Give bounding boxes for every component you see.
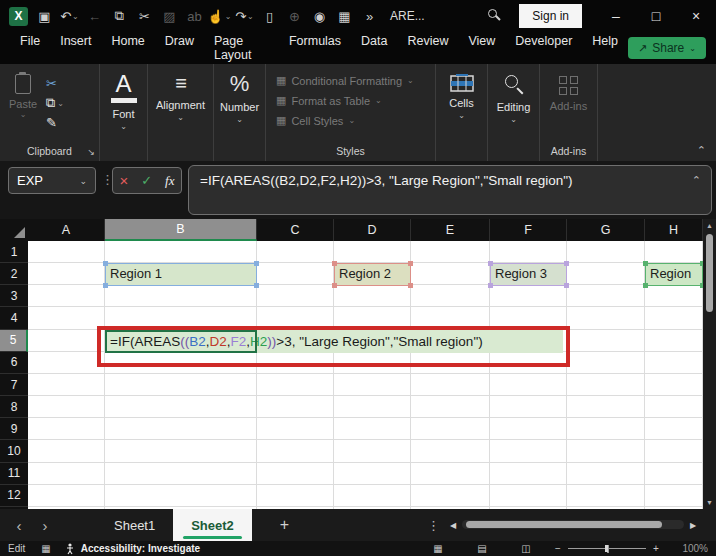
cell-B2[interactable]: Region 1 xyxy=(105,263,257,286)
format-painter-button[interactable]: ✎ xyxy=(46,115,57,130)
column-header-A[interactable]: A xyxy=(28,219,105,241)
select-all-corner[interactable] xyxy=(0,219,28,241)
scroll-down-icon[interactable]: ▼ xyxy=(703,499,716,506)
redo-icon[interactable]: ↷⌄ xyxy=(232,2,257,30)
vertical-scroll-thumb[interactable] xyxy=(706,234,713,312)
column-header-B[interactable]: B xyxy=(105,219,257,241)
font-group[interactable]: A Font ⌄ xyxy=(100,64,148,161)
cut-button[interactable]: ✂ xyxy=(46,76,57,91)
tab-home[interactable]: Home xyxy=(101,28,154,68)
save-icon[interactable]: ▣ xyxy=(32,2,57,30)
row-header-1[interactable]: 1 xyxy=(0,241,28,263)
zoom-out-icon[interactable]: − xyxy=(548,543,568,554)
zoom-slider[interactable] xyxy=(568,548,646,550)
column-header-H[interactable]: H xyxy=(645,219,703,241)
tab-data[interactable]: Data xyxy=(351,28,397,68)
share-button[interactable]: ↗ Share ⌄ xyxy=(628,37,706,59)
tab-review[interactable]: Review xyxy=(397,28,458,68)
search-icon[interactable] xyxy=(485,6,505,26)
zoom-in-icon[interactable]: + xyxy=(646,543,666,554)
copy-button[interactable]: ⧉ ⌄ xyxy=(46,95,64,111)
row-header-10[interactable]: 10 xyxy=(0,440,28,462)
conditional-formatting-icon: ▦ xyxy=(276,74,286,87)
sheet-tab-sheet2[interactable]: Sheet2 xyxy=(173,509,252,541)
selection-handle xyxy=(408,261,413,266)
overflow-icon[interactable]: » xyxy=(357,2,382,30)
selection-handle xyxy=(103,283,108,288)
name-box[interactable]: EXP ⌄ xyxy=(8,167,96,194)
row-headers: 123456789101112 xyxy=(0,241,28,509)
horizontal-scroll-thumb[interactable] xyxy=(466,521,662,528)
excel-logo-icon[interactable]: X xyxy=(9,7,28,26)
tab-help[interactable]: Help xyxy=(582,28,628,68)
cell-styles-button: ▦ Cell Styles⌄ xyxy=(276,114,435,127)
tab-draw[interactable]: Draw xyxy=(155,28,204,68)
tab-formulas[interactable]: Formulas xyxy=(279,28,351,68)
sheet-tab-sheet1[interactable]: Sheet1 xyxy=(96,509,173,541)
copy-icon[interactable]: ⧉ xyxy=(107,2,132,30)
page-break-view-icon[interactable]: ◫ xyxy=(504,543,548,554)
macro-record-icon[interactable]: ▦ xyxy=(41,543,50,554)
formula-input[interactable]: =IF(AREAS((B2,D2,F2,H2))>3, "Large Regio… xyxy=(188,165,712,215)
cell-F2[interactable]: Region 3 xyxy=(490,263,567,286)
sign-in-button[interactable]: Sign in xyxy=(519,4,582,28)
table-lookup-icon[interactable]: ▦ xyxy=(332,2,357,30)
close-button[interactable]: × xyxy=(676,0,716,32)
camera-icon[interactable]: ◉ xyxy=(307,2,332,30)
row-header-12[interactable]: 12 xyxy=(0,485,28,507)
column-header-G[interactable]: G xyxy=(567,219,645,241)
undo-icon[interactable]: ↶⌄ xyxy=(57,2,82,30)
page-layout-view-icon[interactable]: ▤ xyxy=(460,543,504,554)
next-sheet-icon[interactable]: › xyxy=(32,517,58,534)
editing-group[interactable]: Editing ⌄ xyxy=(488,64,540,161)
cut-icon[interactable]: ✂ xyxy=(132,2,157,30)
row-header-4[interactable]: 4 xyxy=(0,307,28,329)
alignment-group[interactable]: ≡ Alignment ⌄ xyxy=(148,64,214,161)
zoom-level[interactable]: 100% xyxy=(666,543,708,554)
number-group[interactable]: % Number ⌄ xyxy=(214,64,266,161)
hscroll-right-icon[interactable]: ▶ xyxy=(690,521,696,530)
row-header-2[interactable]: 2 xyxy=(0,263,28,285)
row-header-9[interactable]: 9 xyxy=(0,418,28,440)
rotate-icon: ⊕ xyxy=(282,2,307,30)
column-headers: ABCDEFGH xyxy=(28,219,703,241)
column-header-E[interactable]: E xyxy=(411,219,490,241)
row-header-11[interactable]: 11 xyxy=(0,463,28,485)
accessibility-status[interactable]: Accessibility: Investigate xyxy=(81,543,201,554)
new-file-icon[interactable]: ▯ xyxy=(257,2,282,30)
horizontal-scrollbar[interactable] xyxy=(462,520,684,529)
hscroll-left-icon[interactable]: ◀ xyxy=(450,521,456,530)
row-header-8[interactable]: 8 xyxy=(0,396,28,418)
cell-D2[interactable]: Region 2 xyxy=(334,263,411,286)
cancel-icon[interactable]: × xyxy=(119,172,128,189)
vertical-scrollbar[interactable]: ▲ ▼ xyxy=(703,219,716,509)
touch-mode-icon[interactable]: ☝⌄ xyxy=(207,2,232,30)
normal-view-icon[interactable]: ▦ xyxy=(416,543,460,554)
collapse-formula-bar-icon[interactable]: ⌃ xyxy=(692,174,701,187)
row-header-7[interactable]: 7 xyxy=(0,374,28,396)
collapse-ribbon-icon[interactable]: ⌃ xyxy=(697,144,706,157)
row-header-5[interactable]: 5 xyxy=(0,330,28,352)
tab-insert[interactable]: Insert xyxy=(50,28,101,68)
new-sheet-button[interactable]: + xyxy=(280,516,289,534)
column-header-F[interactable]: F xyxy=(490,219,567,241)
maximize-button[interactable]: □ xyxy=(636,0,676,32)
tab-page-layout[interactable]: Page Layout xyxy=(204,28,279,68)
insert-function-icon[interactable]: fx xyxy=(165,173,174,189)
view-shortcuts: ▦▤◫ xyxy=(416,543,548,554)
scroll-up-icon[interactable]: ▲ xyxy=(703,222,716,229)
clipboard-dialog-launcher-icon[interactable]: ↘ xyxy=(87,147,95,157)
tab-developer[interactable]: Developer xyxy=(505,28,582,68)
row-header-3[interactable]: 3 xyxy=(0,285,28,307)
column-header-C[interactable]: C xyxy=(257,219,334,241)
chevron-down-icon: ⌄ xyxy=(177,113,184,122)
cell-H2[interactable]: Region xyxy=(645,263,703,286)
tab-file[interactable]: File xyxy=(10,28,50,68)
sheet-options-icon[interactable]: ⋮ xyxy=(427,518,440,533)
row-header-6[interactable]: 6 xyxy=(0,352,28,374)
enter-icon[interactable]: ✓ xyxy=(141,173,152,188)
prev-sheet-icon[interactable]: ‹ xyxy=(6,517,32,534)
tab-view[interactable]: View xyxy=(458,28,505,68)
cells-group[interactable]: Cells ⌄ xyxy=(436,64,488,161)
column-header-D[interactable]: D xyxy=(334,219,411,241)
